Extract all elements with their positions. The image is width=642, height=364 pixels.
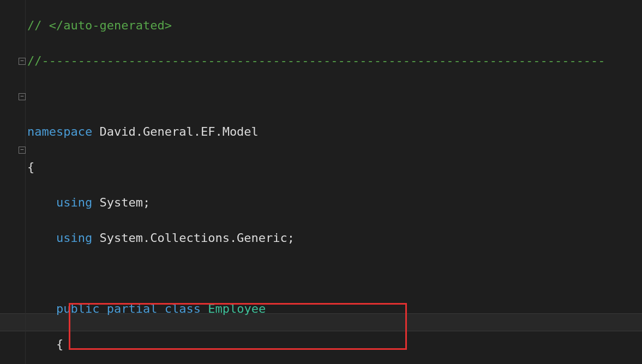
code-line[interactable]: { <box>27 159 605 177</box>
code-line[interactable] <box>27 265 605 283</box>
code-line[interactable]: //--------------------------------------… <box>27 52 605 70</box>
using-target: System; <box>92 196 150 209</box>
code-editor[interactable]: // </auto-generated> //-----------------… <box>0 0 642 364</box>
comment: // </auto-generated> <box>27 19 172 32</box>
code-line[interactable] <box>27 88 605 106</box>
using-target: System.Collections.Generic; <box>92 231 295 245</box>
code-line[interactable]: // </auto-generated> <box>27 17 605 35</box>
keyword-using: using <box>56 196 92 209</box>
keyword-class: class <box>165 302 201 316</box>
code-line[interactable]: namespace David.General.EF.Model <box>27 123 605 141</box>
code-line[interactable]: public partial class Employee <box>27 300 605 318</box>
code-line[interactable]: using System.Collections.Generic; <box>27 229 605 247</box>
keyword-using: using <box>56 231 92 245</box>
keyword-partial: partial <box>107 302 158 316</box>
type-name: Employee <box>208 302 266 316</box>
fold-toggle[interactable] <box>19 93 26 100</box>
code-line[interactable]: using System; <box>27 194 605 212</box>
fold-toggle[interactable] <box>19 147 26 154</box>
code-line[interactable]: { <box>27 336 605 354</box>
namespace-name: David.General.EF.Model <box>92 125 259 138</box>
brace: { <box>56 337 63 351</box>
gutter <box>0 0 26 364</box>
brace: { <box>27 160 34 174</box>
code-area[interactable]: // </auto-generated> //-----------------… <box>27 0 605 364</box>
keyword-namespace: namespace <box>27 125 92 138</box>
keyword-public: public <box>56 302 99 316</box>
comment: //--------------------------------------… <box>27 54 605 68</box>
fold-toggle[interactable] <box>19 58 26 65</box>
